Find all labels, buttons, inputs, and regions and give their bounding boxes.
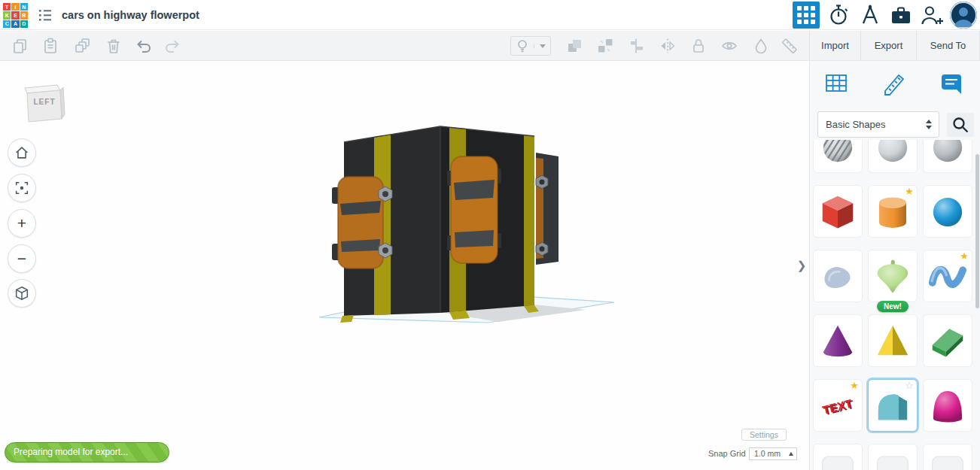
- panel-scrollbar[interactable]: [975, 154, 979, 308]
- ruler-icon[interactable]: [778, 35, 801, 57]
- align-icon[interactable]: [625, 35, 647, 57]
- shapes-panel: Basic Shapes ★New!★TEXTTEXT★☆: [809, 61, 980, 470]
- logo-tile: N: [20, 3, 28, 11]
- visibility-icon[interactable]: [718, 35, 741, 57]
- logo-tile: T: [3, 3, 11, 11]
- export-progress-toast: Preparing model for export...: [5, 442, 169, 462]
- shape-cone[interactable]: [813, 314, 863, 367]
- logo-tile: I: [11, 3, 19, 11]
- search-icon: [951, 115, 970, 135]
- duplicate-icon[interactable]: [71, 35, 93, 57]
- favorite-star-icon[interactable]: ★: [850, 381, 859, 391]
- perspective-toggle-button[interactable]: [8, 279, 36, 308]
- shape-partial-3[interactable]: [923, 444, 972, 470]
- shape-category-value: Basic Shapes: [826, 119, 886, 130]
- tinker-tool-icon[interactable]: [857, 4, 881, 26]
- new-badge: New!: [877, 301, 908, 312]
- paint-icon[interactable]: [750, 35, 772, 57]
- import-button[interactable]: Import: [809, 31, 860, 60]
- lock-icon[interactable]: [687, 35, 710, 57]
- favorite-star-icon[interactable]: ★: [960, 251, 969, 262]
- shape-category-select[interactable]: Basic Shapes: [817, 111, 939, 138]
- send-to-button[interactable]: Send To: [916, 31, 980, 60]
- shape-spinning-top[interactable]: New!: [868, 250, 918, 302]
- logo-tile: A: [11, 20, 19, 28]
- view-cube-face-label: LEFT: [29, 98, 59, 106]
- select-stepper-icon: [926, 120, 932, 129]
- dashboard-button[interactable]: [793, 2, 820, 29]
- shape-text[interactable]: TEXTTEXT★: [813, 379, 863, 432]
- shapes-grid-inner: ★New!★TEXTTEXT★☆: [811, 140, 974, 470]
- group-icon[interactable]: [563, 35, 586, 57]
- show-all-icon[interactable]: [511, 38, 534, 53]
- panel-collapse-chevron-icon[interactable]: ❯: [795, 253, 808, 277]
- ruler-tool-icon[interactable]: [880, 69, 907, 96]
- car-side[interactable]: [536, 153, 558, 265]
- shape-tube[interactable]: ★: [923, 250, 972, 302]
- road-stripe-right: [524, 135, 534, 306]
- zoom-in-button[interactable]: +: [8, 209, 36, 238]
- paste-icon[interactable]: [39, 35, 62, 57]
- undo-icon[interactable]: [132, 35, 155, 57]
- zoom-out-button[interactable]: −: [8, 244, 36, 273]
- shape-box[interactable]: [813, 185, 863, 238]
- timer-icon[interactable]: [826, 4, 851, 26]
- snap-grid-label: Snap Grid: [708, 449, 746, 458]
- export-button[interactable]: Export: [860, 31, 916, 60]
- designs-list-icon[interactable]: [38, 8, 53, 23]
- tinkercad-logo[interactable]: TINKERCAD: [3, 3, 28, 28]
- view-cube[interactable]: LEFT: [20, 80, 66, 123]
- edit-toolbar: Import Export Send To: [0, 31, 980, 61]
- notes-tool-icon[interactable]: [938, 69, 965, 96]
- flowerpot-model[interactable]: [332, 126, 558, 323]
- shape-striped-sphere[interactable]: [813, 140, 863, 173]
- logo-tile: C: [3, 20, 11, 28]
- workplane-tool-icon[interactable]: [823, 69, 850, 96]
- shape-scribble[interactable]: [813, 250, 863, 302]
- design-title[interactable]: cars on highway flowerpot: [62, 0, 199, 30]
- redo-icon[interactable]: [161, 35, 184, 57]
- dashboard-grid-icon: [797, 6, 802, 11]
- logo-tile: K: [3, 11, 11, 19]
- toast-text: Preparing model for export...: [14, 447, 128, 457]
- shapes-grid: ★New!★TEXTTEXT★☆: [811, 140, 974, 470]
- ungroup-icon[interactable]: [594, 35, 616, 57]
- logo-tile: E: [11, 11, 19, 19]
- shape-dark-gray-sphere[interactable]: [923, 140, 972, 173]
- shape-roof[interactable]: [923, 314, 972, 367]
- show-all-split-button[interactable]: [510, 36, 551, 56]
- shape-paraboloid[interactable]: [923, 379, 972, 432]
- mirror-icon[interactable]: [656, 35, 679, 57]
- show-all-caret-icon[interactable]: [534, 44, 550, 48]
- delete-icon[interactable]: [102, 35, 125, 57]
- shape-half-cylinder[interactable]: ☆: [868, 379, 918, 432]
- top-bar: TINKERCAD cars on highway flowerpot: [0, 0, 980, 30]
- design-canvas[interactable]: LEFT + − ❯ Preparing model for export...…: [0, 61, 809, 470]
- scene-3d[interactable]: [0, 61, 809, 470]
- shape-sphere[interactable]: [923, 185, 972, 238]
- home-view-button[interactable]: [8, 138, 36, 167]
- shape-pyramid[interactable]: [868, 314, 918, 367]
- briefcase-icon[interactable]: [890, 5, 914, 28]
- snap-grid-value: 1.0 mm: [754, 449, 781, 458]
- car-left[interactable]: [332, 177, 392, 268]
- shape-partial-2[interactable]: [868, 444, 918, 470]
- shape-search-button[interactable]: [947, 113, 974, 137]
- snap-grid-select[interactable]: 1.0 mm: [749, 447, 797, 460]
- snap-grid-caret-icon: [789, 452, 793, 456]
- user-avatar[interactable]: [950, 2, 977, 29]
- favorite-star-icon[interactable]: ☆: [905, 381, 914, 391]
- logo-tile: D: [20, 20, 28, 28]
- logo-tile: R: [20, 11, 28, 19]
- car-front[interactable]: [447, 156, 501, 263]
- invite-person-icon[interactable]: [920, 4, 944, 26]
- shape-cylinder[interactable]: ★: [868, 185, 918, 238]
- shape-partial-1[interactable]: [813, 444, 863, 470]
- shape-gray-sphere[interactable]: [868, 140, 918, 173]
- settings-button[interactable]: Settings: [741, 429, 787, 441]
- copy-icon[interactable]: [9, 35, 32, 57]
- fit-view-button[interactable]: [8, 174, 36, 202]
- favorite-star-icon[interactable]: ★: [905, 186, 914, 197]
